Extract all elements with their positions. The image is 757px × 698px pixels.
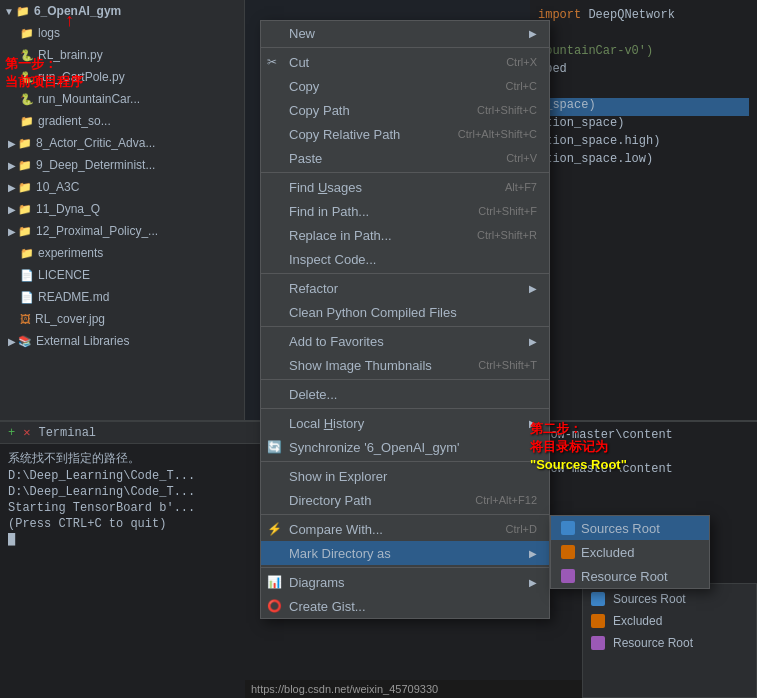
menu-item-label: New: [289, 26, 315, 41]
menu-item-label: Mark Directory as: [289, 546, 391, 561]
menu-item-find-in-path[interactable]: Find in Path... Ctrl+Shift+F: [261, 199, 549, 223]
submenu-item-sources-root[interactable]: Sources Root: [551, 516, 709, 540]
menu-item-cut[interactable]: ✂ Cut Ctrl+X: [261, 50, 549, 74]
tree-item[interactable]: 🐍 run_MountainCar...: [0, 88, 244, 110]
menu-item-replace-in-path[interactable]: Replace in Path... Ctrl+Shift+R: [261, 223, 549, 247]
shortcut-label: Ctrl+Alt+Shift+C: [458, 128, 537, 140]
tree-root-item[interactable]: ▼ 📁 6_OpenAI_gym: [0, 0, 244, 22]
shortcut-label: Ctrl+Shift+C: [477, 104, 537, 116]
menu-item-copy[interactable]: Copy Ctrl+C: [261, 74, 549, 98]
tree-item[interactable]: ▶ 📁 10_A3C: [0, 176, 244, 198]
menu-item-label: Synchronize '6_OpenAI_gym': [289, 440, 459, 455]
tree-item[interactable]: ▶ 📁 9_Deep_Determinist...: [0, 154, 244, 176]
terminal-close-button[interactable]: ✕: [23, 425, 30, 440]
tree-item-label: 8_Actor_Critic_Adva...: [36, 136, 155, 150]
shortcut-label: Ctrl+Alt+F12: [475, 494, 537, 506]
menu-item-synchronize[interactable]: 🔄 Synchronize '6_OpenAI_gym': [261, 435, 549, 459]
file-icon: 📄: [20, 269, 34, 282]
code-editor: import DeepQNetwork MountainCar-v0') ppe…: [530, 0, 757, 420]
tree-item[interactable]: 📄 README.md: [0, 286, 244, 308]
menu-separator: [261, 172, 549, 173]
menu-item-diagrams[interactable]: 📊 Diagrams ▶: [261, 570, 549, 594]
code-line: pped: [538, 62, 749, 80]
code-right-line: flow-master\content: [536, 428, 751, 442]
menu-separator: [261, 273, 549, 274]
tree-item[interactable]: ▶ 📚 External Libraries: [0, 330, 244, 352]
legend-label-resource: Resource Root: [613, 636, 693, 650]
menu-item-directory-path[interactable]: Directory Path Ctrl+Alt+F12: [261, 488, 549, 512]
menu-item-label: Find Usages: [289, 180, 362, 195]
tree-item[interactable]: ▶ 📁 12_Proximal_Policy_...: [0, 220, 244, 242]
tree-item-label: 9_Deep_Determinist...: [36, 158, 155, 172]
context-menu: New ▶ ✂ Cut Ctrl+X Copy Ctrl+C Copy Path…: [260, 20, 550, 619]
menu-item-paste[interactable]: Paste Ctrl+V: [261, 146, 549, 170]
tree-item[interactable]: 📁 gradient_so...: [0, 110, 244, 132]
code-right-line: flow-master\content: [536, 462, 751, 476]
menu-item-label: Find in Path...: [289, 204, 369, 219]
menu-item-show-explorer[interactable]: Show in Explorer: [261, 464, 549, 488]
tree-item[interactable]: 📄 LICENCE: [0, 264, 244, 286]
submenu-item-label: Resource Root: [581, 569, 668, 584]
legend-label-sources: Sources Root: [613, 592, 686, 606]
py-file-icon: 🐍: [20, 71, 34, 84]
cut-icon: ✂: [267, 55, 277, 69]
tree-item-label: LICENCE: [38, 268, 90, 282]
file-icon: 📄: [20, 291, 34, 304]
menu-item-delete[interactable]: Delete...: [261, 382, 549, 406]
tree-item-label: gradient_so...: [38, 114, 111, 128]
menu-item-clean-python[interactable]: Clean Python Compiled Files: [261, 300, 549, 324]
submenu-item-resource-root[interactable]: Resource Root: [551, 564, 709, 588]
tree-item[interactable]: 🐍 RL_brain.py: [0, 44, 244, 66]
menu-item-label: Cut: [289, 55, 309, 70]
menu-item-label: Paste: [289, 151, 322, 166]
code-line: MountainCar-v0'): [538, 44, 749, 62]
url-text: https://blog.csdn.net/weixin_45709330: [251, 683, 438, 695]
tree-item[interactable]: 📁 logs: [0, 22, 244, 44]
menu-item-refactor[interactable]: Refactor ▶: [261, 276, 549, 300]
submenu-item-excluded[interactable]: Excluded: [551, 540, 709, 564]
menu-item-add-favorites[interactable]: Add to Favorites ▶: [261, 329, 549, 353]
terminal-add-button[interactable]: +: [8, 426, 15, 440]
tree-item[interactable]: 🖼 RL_cover.jpg: [0, 308, 244, 330]
tree-item-label: run_CartPole.py: [38, 70, 125, 84]
terminal-title: Terminal: [38, 426, 96, 440]
tree-item[interactable]: 📁 experiments: [0, 242, 244, 264]
tree-item[interactable]: 🐍 run_CartPole.py: [0, 66, 244, 88]
menu-item-inspect-code[interactable]: Inspect Code...: [261, 247, 549, 271]
tree-item-label: 11_Dyna_Q: [36, 202, 100, 216]
menu-item-compare-with[interactable]: ⚡ Compare With... Ctrl+D: [261, 517, 549, 541]
resource-root-icon: [561, 569, 575, 583]
code-line-highlight: n_space): [538, 98, 749, 116]
legend-box: Sources Root Excluded Resource Root: [582, 583, 757, 698]
expand-arrow-icon: ▶: [8, 138, 16, 149]
gist-icon: ⭕: [267, 599, 282, 613]
file-tree: ▼ 📁 6_OpenAI_gym 📁 logs 🐍 RL_brain.py 🐍 …: [0, 0, 245, 420]
menu-item-mark-directory[interactable]: Mark Directory as ▶: [261, 541, 549, 565]
menu-item-create-gist[interactable]: ⭕ Create Gist...: [261, 594, 549, 618]
url-bar: https://blog.csdn.net/weixin_45709330: [245, 680, 582, 698]
shortcut-label: Ctrl+X: [506, 56, 537, 68]
shortcut-label: Ctrl+D: [506, 523, 537, 535]
legend-item-sources: Sources Root: [591, 592, 748, 606]
menu-item-copy-relative-path[interactable]: Copy Relative Path Ctrl+Alt+Shift+C: [261, 122, 549, 146]
tree-item-label: RL_cover.jpg: [35, 312, 105, 326]
menu-item-label: Copy Relative Path: [289, 127, 400, 142]
folder-icon: 📁: [18, 159, 32, 172]
menu-item-local-history[interactable]: Local History ▶: [261, 411, 549, 435]
menu-item-copy-path[interactable]: Copy Path Ctrl+Shift+C: [261, 98, 549, 122]
menu-item-find-usages[interactable]: Find Usages Alt+F7: [261, 175, 549, 199]
expand-arrow-icon: ▶: [8, 226, 16, 237]
submenu-item-label: Excluded: [581, 545, 634, 560]
menu-item-show-thumbnails[interactable]: Show Image Thumbnails Ctrl+Shift+T: [261, 353, 549, 377]
legend-item-resource: Resource Root: [591, 636, 748, 650]
shortcut-label: Ctrl+Shift+F: [478, 205, 537, 217]
expand-arrow-icon: ▶: [8, 160, 16, 171]
shortcut-label: Ctrl+V: [506, 152, 537, 164]
menu-separator: [261, 47, 549, 48]
submenu-arrow-icon: ▶: [529, 28, 537, 39]
tree-item[interactable]: ▶ 📁 8_Actor_Critic_Adva...: [0, 132, 244, 154]
menu-item-label: Add to Favorites: [289, 334, 384, 349]
menu-item-new[interactable]: New ▶: [261, 21, 549, 45]
menu-item-label: Local History: [289, 416, 364, 431]
tree-item[interactable]: ▶ 📁 11_Dyna_Q: [0, 198, 244, 220]
